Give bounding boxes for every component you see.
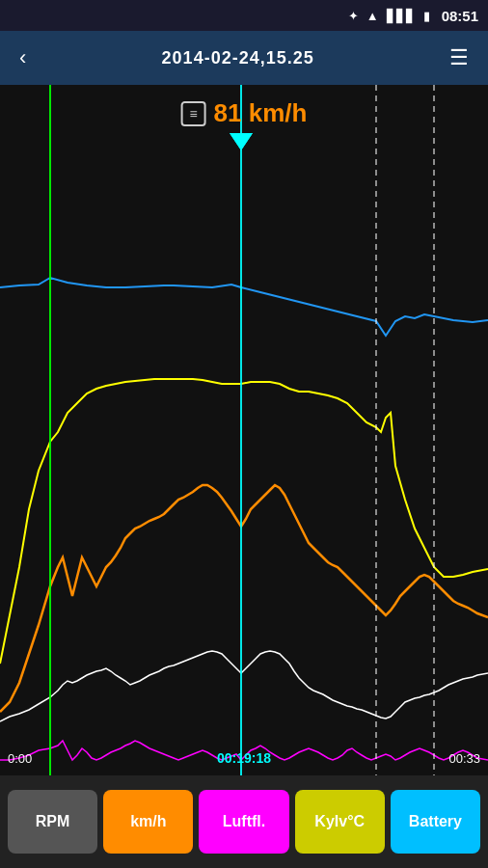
- menu-button[interactable]: ☰: [444, 40, 474, 76]
- signal-icon: ▋▋▋: [387, 9, 416, 23]
- nav-bar: ‹ 2014-02-24,15.25 ☰: [0, 31, 488, 85]
- marker-triangle: [230, 133, 253, 150]
- tab-luftfl[interactable]: Luftfl.: [199, 790, 288, 854]
- svg-rect-0: [0, 85, 488, 775]
- time-start: 0:00: [8, 751, 32, 766]
- speed-indicator: 81 km/h: [181, 98, 308, 128]
- status-time: 08:51: [442, 8, 478, 24]
- bottom-tabs: RPM km/h Luftfl. KyIv°C Battery: [0, 775, 488, 868]
- time-end: 00:33: [448, 751, 480, 766]
- tab-kyiv[interactable]: KyIv°C: [295, 790, 385, 854]
- nav-title: 2014-02-24,15.25: [162, 48, 314, 68]
- status-bar: ✦ ▲ ▋▋▋ ▮ 08:51: [0, 0, 488, 31]
- tab-rpm[interactable]: RPM: [8, 790, 97, 854]
- chart-svg: [0, 85, 488, 775]
- speed-value: 81 km/h: [214, 98, 308, 128]
- time-current: 00:19:18: [217, 750, 271, 766]
- tab-battery[interactable]: Battery: [391, 790, 480, 854]
- chart-area: 81 km/h 0:00 00:19:18 00:33: [0, 85, 488, 775]
- tab-kmh[interactable]: km/h: [103, 790, 193, 854]
- speed-list-icon: [181, 101, 206, 126]
- battery-icon: ▮: [423, 9, 430, 23]
- wifi-icon: ▲: [366, 9, 379, 23]
- bluetooth-icon: ✦: [348, 9, 359, 23]
- back-button[interactable]: ‹: [14, 40, 32, 76]
